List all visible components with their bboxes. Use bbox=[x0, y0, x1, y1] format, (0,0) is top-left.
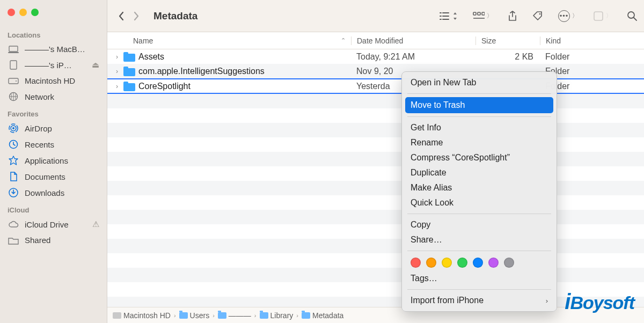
sidebar-item-macintosh-hd[interactable]: Macintosh HD bbox=[0, 73, 107, 89]
column-header-size[interactable]: Size bbox=[475, 36, 540, 45]
path-item-library[interactable]: Library bbox=[260, 311, 294, 320]
file-list: › Assets Today, 9:21 AM 2 KB Folder › co… bbox=[107, 49, 644, 323]
column-header-date[interactable]: Date Modified bbox=[351, 36, 475, 45]
share-button[interactable] bbox=[508, 11, 517, 21]
chevron-right-icon: › bbox=[254, 312, 257, 319]
minimize-window-button[interactable] bbox=[19, 9, 27, 16]
svg-point-14 bbox=[539, 13, 541, 14]
path-label: Metadata bbox=[312, 311, 343, 320]
tag-gray[interactable] bbox=[504, 258, 514, 268]
column-header-kind[interactable]: Kind bbox=[540, 36, 644, 45]
sidebar-item-label: ———'s MacB… bbox=[25, 45, 99, 54]
file-date: Today, 9:21 AM bbox=[351, 52, 475, 62]
disclosure-icon[interactable]: › bbox=[113, 68, 121, 75]
path-item-users[interactable]: Users bbox=[179, 311, 210, 320]
download-icon bbox=[8, 188, 19, 197]
file-row[interactable]: › com.apple.IntelligentSuggestions Nov 9… bbox=[107, 64, 644, 78]
sidebar-item-network[interactable]: Network bbox=[0, 89, 107, 105]
disclosure-icon[interactable]: › bbox=[113, 83, 121, 90]
sidebar-item-icloud-drive[interactable]: iCloud Drive ⚠︎ bbox=[0, 216, 107, 232]
svg-point-6 bbox=[12, 127, 14, 129]
ctx-copy[interactable]: Copy bbox=[402, 217, 557, 232]
column-header-name[interactable]: Name ⌃ bbox=[107, 36, 351, 45]
close-window-button[interactable] bbox=[8, 9, 15, 16]
sidebar-item-documents[interactable]: Documents bbox=[0, 168, 107, 185]
sort-indicator-icon: ⌃ bbox=[341, 37, 346, 44]
svg-rect-13 bbox=[482, 12, 485, 15]
tag-orange[interactable] bbox=[426, 258, 436, 268]
path-label: Users bbox=[190, 311, 210, 320]
tag-purple[interactable] bbox=[488, 258, 499, 268]
sidebar-item-macbook[interactable]: ———'s MacB… bbox=[0, 41, 107, 57]
sidebar-item-recents[interactable]: Recents bbox=[0, 136, 107, 152]
sidebar-item-applications[interactable]: Applications bbox=[0, 152, 107, 168]
search-button[interactable] bbox=[627, 11, 638, 21]
path-item-metadata[interactable]: Metadata bbox=[302, 311, 343, 320]
ctx-share[interactable]: Share… bbox=[402, 232, 557, 247]
svg-point-4 bbox=[16, 80, 17, 82]
sidebar-item-downloads[interactable]: Downloads bbox=[0, 185, 107, 201]
svg-rect-15 bbox=[594, 12, 603, 20]
tag-green[interactable] bbox=[457, 258, 467, 268]
tag-blue[interactable] bbox=[473, 258, 483, 268]
cloud-icon bbox=[8, 221, 19, 228]
sidebar-item-shared[interactable]: Shared bbox=[0, 232, 107, 248]
applications-icon bbox=[8, 156, 19, 165]
ctx-tags[interactable]: Tags… bbox=[402, 271, 557, 286]
group-by-button[interactable]: 〉 bbox=[473, 12, 493, 20]
path-label: Macintosh HD bbox=[123, 311, 171, 320]
column-header-label: Name bbox=[133, 36, 153, 45]
file-size: 2 KB bbox=[475, 52, 540, 62]
ctx-open-new-tab[interactable]: Open in New Tab bbox=[402, 75, 557, 90]
sidebar-item-ipad[interactable]: ———'s iP… ⏏ bbox=[0, 57, 107, 73]
menu-separator bbox=[407, 251, 551, 251]
chevron-right-icon: › bbox=[174, 312, 176, 319]
clock-icon bbox=[8, 140, 19, 149]
tag-red[interactable] bbox=[411, 258, 421, 268]
file-row[interactable]: › Assets Today, 9:21 AM 2 KB Folder bbox=[107, 49, 644, 64]
back-button[interactable] bbox=[114, 9, 129, 24]
ctx-move-to-trash[interactable]: Move to Trash bbox=[405, 97, 553, 113]
ipad-icon bbox=[8, 60, 19, 70]
path-item-user[interactable]: ——— bbox=[218, 311, 251, 320]
forward-button[interactable] bbox=[129, 9, 144, 24]
sidebar-item-label: iCloud Drive bbox=[25, 220, 87, 229]
globe-icon bbox=[8, 92, 19, 101]
ctx-item-label: Import from iPhone bbox=[411, 296, 484, 305]
ctx-duplicate[interactable]: Duplicate bbox=[402, 165, 557, 180]
svg-rect-2 bbox=[10, 61, 17, 69]
ctx-compress[interactable]: Compress “CoreSpotlight” bbox=[402, 150, 557, 165]
folder-icon bbox=[302, 312, 310, 319]
action-menu-button[interactable]: ••• 〉 bbox=[558, 10, 578, 22]
ctx-tag-colors bbox=[402, 254, 557, 271]
tag-yellow[interactable] bbox=[442, 258, 452, 268]
view-list-button[interactable] bbox=[438, 11, 458, 21]
tags-button[interactable] bbox=[532, 11, 543, 21]
ctx-rename[interactable]: Rename bbox=[402, 135, 557, 150]
sidebar-item-label: Macintosh HD bbox=[25, 76, 99, 85]
ctx-quick-look[interactable]: Quick Look bbox=[402, 195, 557, 210]
path-bar: Macintosh HD › Users › ——— › Library › M… bbox=[107, 307, 644, 323]
ctx-get-info[interactable]: Get Info bbox=[402, 120, 557, 135]
new-menu-button[interactable]: 〉 bbox=[593, 11, 612, 21]
ctx-import-iphone[interactable]: Import from iPhone › bbox=[402, 293, 557, 308]
sidebar: Locations ———'s MacB… ———'s iP… ⏏ Macint… bbox=[0, 0, 107, 323]
window-title: Metadata bbox=[153, 10, 197, 22]
fullscreen-window-button[interactable] bbox=[31, 9, 39, 16]
sidebar-item-label: AirDrop bbox=[25, 124, 99, 133]
eject-icon[interactable]: ⏏ bbox=[92, 60, 99, 70]
svg-rect-11 bbox=[473, 12, 476, 15]
menu-separator bbox=[407, 289, 551, 290]
sidebar-item-airdrop[interactable]: AirDrop bbox=[0, 120, 107, 136]
svg-rect-3 bbox=[9, 78, 18, 84]
sidebar-item-label: ———'s iP… bbox=[25, 61, 86, 70]
sidebar-item-label: Network bbox=[25, 92, 99, 101]
sidebar-item-label: Shared bbox=[25, 236, 99, 245]
window-controls bbox=[0, 6, 107, 26]
disclosure-icon[interactable]: › bbox=[113, 53, 121, 61]
watermark-logo: iBoysoft bbox=[565, 292, 634, 313]
sidebar-section-locations: Locations bbox=[0, 29, 107, 41]
path-item-macintosh-hd[interactable]: Macintosh HD bbox=[113, 311, 171, 320]
ctx-make-alias[interactable]: Make Alias bbox=[402, 180, 557, 195]
file-row-selected[interactable]: › CoreSpotlight Yesterda Folder bbox=[107, 78, 644, 94]
